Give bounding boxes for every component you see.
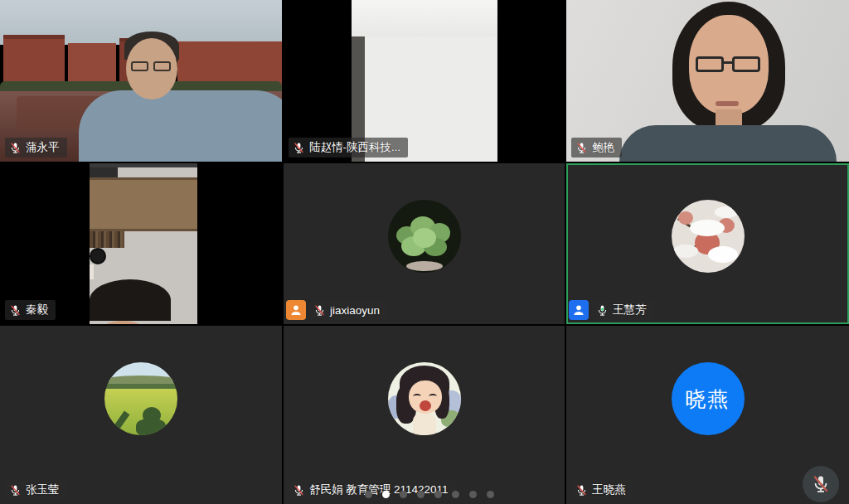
name-tag: 鲍艳 — [571, 138, 622, 158]
building — [3, 35, 65, 86]
name-tag: 王慧芳 — [592, 300, 654, 320]
participant-name: 王慧芳 — [613, 303, 647, 317]
mic-muted-icon — [293, 484, 305, 497]
participant-tile-wangxiaoyan[interactable]: 晓燕 王晓燕 — [566, 326, 849, 504]
participant-name: jiaxiaoyun — [330, 304, 380, 317]
mic-muted-icon — [9, 484, 22, 497]
books — [90, 231, 124, 248]
person-shoulders — [79, 90, 282, 162]
person-hair — [90, 279, 171, 321]
name-tag-row: 王慧芳 — [569, 300, 654, 320]
participant-name: 秦毅 — [26, 303, 48, 317]
avatar-succulent — [388, 200, 461, 273]
mic-muted-icon — [313, 304, 326, 317]
page-dot[interactable] — [417, 491, 424, 498]
participant-tile-luzhaoqing[interactable]: 陆赵情-陕西科技... — [284, 0, 565, 162]
name-tag: jiaxiaoyun — [309, 302, 387, 319]
page-dot[interactable] — [434, 491, 442, 498]
mute-button[interactable] — [803, 466, 839, 502]
page-dot[interactable] — [469, 491, 477, 498]
name-tag: 张玉莹 — [5, 480, 67, 500]
participant-tile-shuminjuan[interactable]: 舒民娟 教育管理 211422011 — [284, 326, 565, 504]
ceiling — [352, 0, 497, 36]
participant-grid: 蒲永平 陆赵情-陕西科技... — [0, 0, 849, 504]
clock — [90, 248, 106, 264]
user-badge — [569, 300, 589, 320]
participant-name: 蒲永平 — [26, 140, 60, 155]
avatar-snow-fruits — [672, 200, 745, 273]
page-dot[interactable] — [382, 491, 390, 498]
participant-name: 张玉莹 — [26, 482, 60, 497]
name-tag: 王晓燕 — [571, 480, 633, 500]
mic-muted-icon — [811, 474, 831, 494]
participant-tile-wanghuifang[interactable]: 王慧芳 — [566, 163, 849, 324]
participant-tile-jiaxiaoyun[interactable]: jiaxiaoyun — [284, 163, 565, 324]
participant-name: 鲍艳 — [592, 140, 614, 155]
guest-badge — [286, 300, 306, 320]
pagination-dots[interactable] — [365, 491, 494, 498]
building — [177, 41, 282, 86]
person-icon — [572, 303, 585, 317]
mic-muted-icon — [575, 142, 588, 154]
mic-muted-icon — [9, 142, 22, 154]
avatar-initials: 晓燕 — [672, 362, 745, 435]
name-tag-row: jiaxiaoyun — [286, 300, 387, 320]
mic-muted-icon — [293, 142, 305, 154]
participant-tile-baoyan[interactable]: 鲍艳 — [566, 0, 849, 162]
glasses-bridge — [723, 61, 733, 64]
wall-mount — [90, 167, 118, 177]
avatar-field-shadow — [104, 362, 177, 435]
name-tag: 蒲永平 — [5, 138, 67, 158]
participant-tile-zhangyuying[interactable]: 张玉莹 — [0, 326, 282, 504]
meeting-window: 蒲永平 陆赵情-陕西科技... — [0, 0, 849, 504]
mic-on-icon — [596, 304, 609, 317]
page-dot[interactable] — [365, 491, 372, 498]
page-dot[interactable] — [487, 491, 494, 498]
person-shoulders — [619, 125, 837, 162]
page-dot[interactable] — [400, 491, 407, 498]
video-scene-room — [90, 163, 197, 324]
participant-name: 陆赵情-陕西科技... — [309, 140, 400, 155]
name-tag: 秦毅 — [5, 300, 56, 320]
person-icon — [289, 303, 303, 317]
glasses-lens — [696, 56, 724, 72]
mic-muted-icon — [9, 304, 22, 317]
glasses-lens — [153, 61, 171, 71]
avatar-anime-girl — [388, 362, 461, 435]
mouth — [716, 101, 739, 106]
person-face — [90, 321, 156, 324]
mic-muted-icon — [575, 484, 588, 497]
building — [68, 43, 116, 86]
avatar-text: 晓燕 — [686, 385, 730, 413]
participant-name: 王晓燕 — [592, 482, 626, 497]
page-dot[interactable] — [452, 491, 459, 498]
glasses-lens — [732, 56, 760, 72]
candle — [90, 264, 94, 279]
glasses-lens — [131, 61, 148, 71]
bookshelf — [90, 177, 197, 229]
participant-tile-qinyi[interactable]: 秦毅 — [0, 163, 282, 324]
name-tag: 陆赵情-陕西科技... — [289, 138, 408, 158]
participant-tile-puyongping[interactable]: 蒲永平 — [0, 0, 282, 162]
